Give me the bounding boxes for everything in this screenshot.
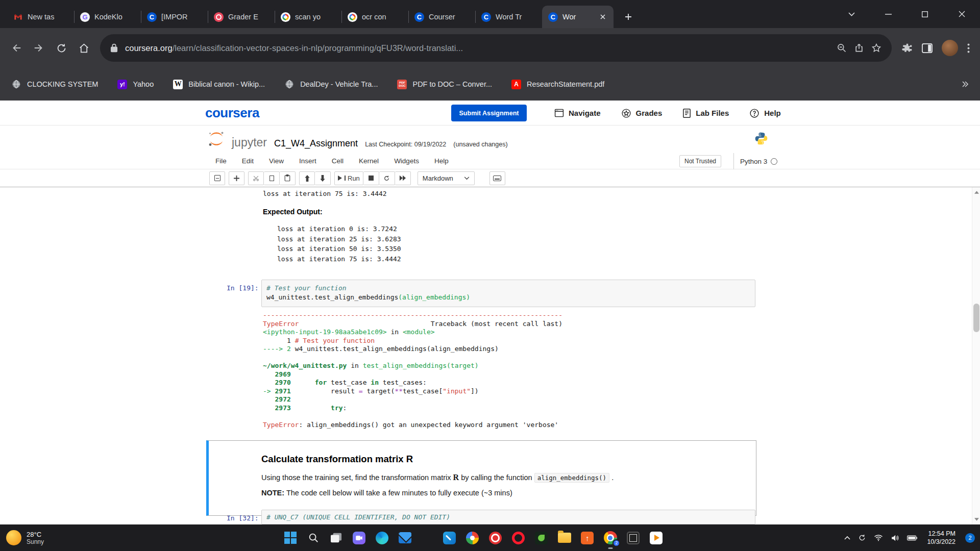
page-scrollbar[interactable] (972, 187, 980, 524)
volume-icon[interactable] (891, 534, 899, 542)
menu-edit[interactable]: Edit (242, 157, 254, 165)
cell-type-dropdown[interactable]: Markdown (418, 171, 475, 185)
mail-button[interactable] (398, 531, 412, 545)
browser-tab-import[interactable]: C [IMPOR (141, 6, 208, 28)
bookmark-clocking-system[interactable]: CLOCKING SYSTEM (11, 79, 98, 89)
extensions-puzzle-icon[interactable] (902, 43, 913, 54)
cell-output-text: loss at iteration 75 is: 3.4442 (263, 189, 387, 198)
not-trusted-button[interactable]: Not Trusted (679, 155, 721, 167)
file-explorer-button[interactable] (557, 531, 571, 545)
paste-cell-button[interactable] (280, 171, 296, 185)
submit-assignment-button[interactable]: Submit Assignment (451, 105, 527, 121)
menu-help[interactable]: Help (434, 157, 449, 165)
tab-close-icon[interactable] (598, 12, 607, 21)
chrome-button[interactable]: 2 (603, 531, 617, 545)
wifi-icon[interactable] (874, 534, 883, 541)
home-icon[interactable] (72, 37, 95, 59)
side-panel-icon[interactable] (922, 43, 933, 53)
bookmark-wikipedia[interactable]: W Biblical canon - Wikip... (173, 80, 265, 89)
coursera-logo[interactable]: coursera (205, 105, 259, 121)
bookmark-pdf-to-doc[interactable]: PDF DOC PDF to DOC – Conver... (397, 80, 492, 89)
bookmarks-bar: CLOCKING SYSTEM y! Yahoo W Biblical cano… (0, 68, 980, 101)
restart-run-all-button[interactable] (395, 171, 411, 185)
taskbar-clock[interactable]: 12:54 PM 10/3/2022 (927, 530, 955, 546)
share-icon[interactable] (854, 43, 864, 53)
code-cell[interactable]: # Test your functionw4_unittest.test_ali… (261, 280, 755, 307)
task-view-button[interactable] (329, 531, 343, 545)
scrollbar-thumb[interactable] (973, 304, 979, 332)
grades-button[interactable]: Grades (621, 108, 663, 118)
forward-icon[interactable] (28, 37, 50, 59)
menu-view[interactable]: View (269, 157, 284, 165)
pen-app-button[interactable] (443, 531, 456, 545)
scroll-up-icon[interactable] (972, 188, 980, 196)
move-cell-down-button[interactable] (315, 171, 331, 185)
browser-tab-ocr[interactable]: ocr con (341, 6, 408, 28)
address-bar[interactable]: coursera.org/learn/classification-vector… (100, 34, 892, 62)
zoom-out-icon[interactable] (837, 43, 847, 53)
command-palette-button[interactable] (489, 171, 505, 185)
menu-dots-icon[interactable] (967, 43, 970, 53)
bookmark-star-icon[interactable] (871, 43, 881, 53)
opera-button[interactable] (511, 531, 525, 545)
profile-avatar[interactable] (942, 40, 958, 56)
upload-app-button[interactable]: ↑ (580, 531, 594, 545)
browser-tab-scan[interactable]: scan yo (275, 6, 341, 28)
back-icon[interactable] (5, 37, 28, 59)
browser-tab-active[interactable]: C Wor (542, 6, 614, 28)
move-cell-up-button[interactable] (299, 171, 315, 185)
dartboard-app-button[interactable] (488, 531, 502, 545)
scroll-down-icon[interactable] (972, 515, 980, 523)
close-button[interactable] (943, 0, 980, 28)
save-button[interactable] (209, 171, 225, 185)
run-cell-button[interactable]: Run (334, 171, 363, 185)
cut-cell-button[interactable] (248, 171, 264, 185)
bookmark-research-statement[interactable]: A ResearchStatement.pdf (511, 80, 604, 89)
browser-tab-grader[interactable]: Grader E (208, 6, 275, 28)
code-cell[interactable]: # UNQ_C7 (UNIQUE CELL IDENTIFIER, DO NOT… (261, 510, 755, 524)
photos-app-button[interactable] (626, 531, 640, 545)
menu-file[interactable]: File (215, 157, 227, 165)
maximize-button[interactable] (906, 0, 943, 28)
menu-cell[interactable]: Cell (332, 157, 344, 165)
jupyter-brand-text[interactable]: jupyter (232, 136, 267, 149)
browser-tab-kodekloud[interactable]: G KodeKlo (74, 6, 141, 28)
new-tab-button[interactable] (620, 8, 637, 26)
lab-files-button[interactable]: Lab Files (682, 108, 729, 118)
markdown-cell-selected[interactable]: Calculate transformation matrix R Using … (206, 440, 756, 516)
menu-insert[interactable]: Insert (299, 157, 316, 165)
green-app-button[interactable] (534, 531, 548, 545)
copy-icon (270, 176, 274, 181)
search-button[interactable] (306, 531, 320, 545)
running-app-indicator (608, 547, 612, 549)
notebook-title[interactable]: C1_W4_Assignment (274, 138, 358, 149)
sync-icon[interactable] (858, 534, 866, 542)
notification-count-badge[interactable]: 2 (965, 533, 975, 543)
browser-tab-coursera[interactable]: C Courser (408, 6, 475, 28)
menu-kernel[interactable]: Kernel (359, 157, 379, 165)
minimize-button[interactable] (870, 0, 906, 28)
tab-search-icon[interactable] (833, 0, 870, 28)
hidden-icons-chevron[interactable] (844, 536, 850, 540)
bookmark-yahoo[interactable]: y! Yahoo (117, 80, 154, 89)
stop-kernel-button[interactable] (363, 171, 379, 185)
google-ball-button[interactable] (465, 531, 479, 545)
navigate-button[interactable]: Navigate (554, 108, 601, 118)
bookmark-dealdey[interactable]: DealDey - Vehicle Tra... (284, 79, 378, 89)
edge-button[interactable] (375, 531, 389, 545)
reload-icon[interactable] (50, 37, 72, 59)
start-button[interactable] (283, 531, 297, 545)
help-button[interactable]: Help (749, 108, 781, 118)
browser-tab-wordtr[interactable]: C Word Tr (475, 6, 542, 28)
browser-tab-gmail[interactable]: New tas (7, 6, 74, 28)
code-line: 2973 try: (263, 404, 562, 413)
menu-widgets[interactable]: Widgets (394, 157, 419, 165)
battery-icon[interactable] (907, 535, 917, 541)
restart-kernel-button[interactable] (379, 171, 395, 185)
weather-widget[interactable]: 28°C Sunny (0, 530, 102, 545)
media-player-button[interactable] (649, 531, 663, 545)
add-cell-button[interactable] (229, 171, 244, 185)
copy-cell-button[interactable] (264, 171, 280, 185)
bookmarks-overflow-icon[interactable] (962, 81, 969, 88)
chat-button[interactable] (352, 531, 366, 545)
